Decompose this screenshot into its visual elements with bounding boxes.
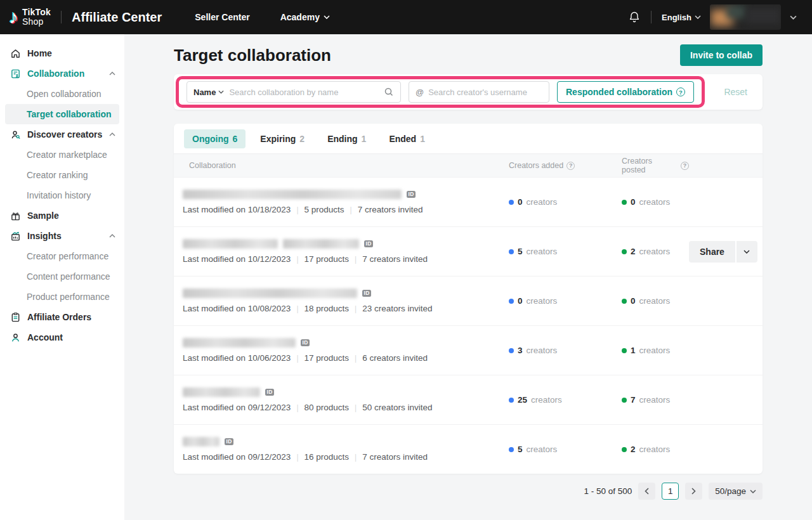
language-selector[interactable]: English	[662, 13, 701, 22]
tab-ended[interactable]: Ended1	[381, 129, 433, 148]
table-row[interactable]: ID Last modified on 09/12/2023|80 produc…	[174, 375, 763, 424]
table-row[interactable]: ID Last modified on 10/06/2023|17 produc…	[174, 325, 763, 375]
discover-creators-icon	[10, 129, 21, 140]
sidebar-item-invitation-history[interactable]: Invitation history	[0, 185, 124, 205]
pagination: 1 - 50 of 500 1 50/page	[174, 483, 763, 500]
added-dot-icon	[509, 200, 514, 205]
notification-bell-icon[interactable]	[628, 11, 641, 23]
chevron-down-icon[interactable]	[790, 15, 797, 20]
tab-count: 1	[362, 134, 367, 144]
logo-line2: Shop	[22, 17, 51, 27]
sidebar-item-label: Collaboration	[27, 68, 84, 79]
share-dropdown-button[interactable]	[737, 241, 757, 263]
sidebar-item-label: Invitation history	[27, 190, 91, 200]
tab-label: Ended	[389, 134, 416, 144]
search-type-dropdown[interactable]: Name	[193, 88, 224, 97]
at-symbol: @	[416, 88, 424, 97]
table-row[interactable]: ID Last modified on 10/18/2023|5 product…	[174, 177, 763, 226]
current-page-button[interactable]: 1	[662, 483, 679, 500]
table-row[interactable]: ID Last modified on 10/08/2023|18 produc…	[174, 276, 763, 325]
added-dot-icon	[509, 348, 514, 353]
sidebar-item-label: Creator marketplace	[27, 150, 107, 160]
redacted-collaboration-name	[183, 190, 402, 199]
posted-dot-icon	[622, 398, 627, 403]
redacted-collaboration-name	[183, 437, 219, 446]
sidebar-item-insights[interactable]: Insights	[0, 226, 124, 246]
page-size-selector[interactable]: 50/page	[709, 483, 763, 500]
creator-username-input[interactable]	[428, 88, 542, 97]
sidebar-item-label: Content performance	[27, 271, 110, 282]
nav-academy[interactable]: Academy	[280, 12, 330, 22]
redacted-collaboration-name	[283, 239, 359, 249]
chevron-down-icon	[324, 15, 330, 19]
account-person-icon	[10, 332, 21, 343]
sidebar-item-affiliate-orders[interactable]: Affiliate Orders	[0, 307, 124, 327]
id-badge: ID	[364, 240, 373, 248]
top-header: ♪ TikTok Shop Affiliate Center Seller Ce…	[0, 0, 812, 34]
header-divider	[651, 11, 652, 23]
invite-to-collab-button[interactable]: Invite to collab	[680, 44, 763, 66]
chevron-left-icon	[645, 488, 649, 495]
creators-added-cell: 0creators	[509, 197, 622, 207]
sidebar-item-sample[interactable]: Sample	[0, 205, 124, 226]
posted-dot-icon	[622, 348, 627, 353]
sidebar-item-label: Creator performance	[27, 251, 108, 261]
reset-button[interactable]: Reset	[724, 87, 747, 97]
responded-collaboration-button[interactable]: Responded collaboration ?	[557, 81, 694, 103]
row-meta: Last modified on 10/18/2023|5 products|7…	[183, 205, 509, 214]
table-row[interactable]: ID Last modified on 09/12/2023|16 produc…	[174, 424, 763, 474]
sidebar-item-open-collaboration[interactable]: Open collaboration	[0, 84, 124, 104]
id-badge: ID	[407, 191, 416, 198]
tab-ending[interactable]: Ending1	[319, 129, 374, 148]
sidebar-item-account[interactable]: Account	[0, 327, 124, 348]
creator-username-field[interactable]: @	[409, 81, 549, 103]
search-icon[interactable]	[384, 87, 394, 97]
row-meta: Last modified on 10/08/2023|18 products|…	[183, 304, 509, 313]
collaboration-icon	[10, 68, 21, 79]
sidebar-item-creator-marketplace[interactable]: Creator marketplace	[0, 145, 124, 165]
help-icon[interactable]: ?	[681, 162, 689, 170]
insights-chart-icon	[10, 231, 21, 242]
sidebar-item-creator-ranking[interactable]: Creator ranking	[0, 165, 124, 185]
nav-seller-center[interactable]: Seller Center	[195, 12, 249, 22]
seller-center-label: Seller Center	[195, 12, 249, 22]
sidebar-item-label: Insights	[27, 231, 62, 241]
help-icon[interactable]: ?	[566, 162, 575, 170]
posted-dot-icon	[622, 299, 627, 304]
tab-ongoing[interactable]: Ongoing6	[184, 129, 246, 148]
tab-label: Expiring	[260, 134, 296, 144]
share-button[interactable]: Share	[689, 241, 735, 263]
sidebar-item-label: Affiliate Orders	[27, 312, 91, 322]
prev-page-button[interactable]	[638, 483, 655, 500]
sidebar-item-content-performance[interactable]: Content performance	[0, 266, 124, 287]
collaboration-search-input[interactable]	[229, 88, 384, 97]
column-collaboration: Collaboration	[174, 161, 509, 170]
posted-dot-icon	[622, 200, 627, 205]
status-tabs: Ongoing6 Expiring2 Ending1 Ended1	[174, 124, 763, 154]
creators-added-cell: 5creators	[509, 247, 622, 256]
sidebar-item-collaboration[interactable]: Collaboration	[0, 63, 124, 84]
posted-dot-icon	[622, 249, 627, 254]
tiktok-shop-logo[interactable]: TikTok Shop	[22, 8, 51, 26]
next-page-button[interactable]	[685, 483, 702, 500]
user-account-redacted[interactable]	[710, 4, 781, 30]
sidebar-item-home[interactable]: Home	[0, 43, 124, 63]
help-icon[interactable]: ?	[676, 88, 685, 96]
sidebar-item-discover-creators[interactable]: Discover creators	[0, 124, 124, 145]
sidebar-item-creator-performance[interactable]: Creator performance	[0, 246, 124, 266]
pagination-range: 1 - 50 of 500	[584, 486, 632, 496]
sidebar-item-target-collaboration[interactable]: Target collaboration	[0, 104, 124, 124]
tab-expiring[interactable]: Expiring2	[252, 129, 313, 148]
annotation-highlight-box: Name @ Responded collaboration ?	[176, 76, 705, 108]
column-creators-posted: Creators posted?	[622, 157, 689, 174]
tab-count: 6	[233, 134, 238, 144]
table-header: Collaboration Creators added? Creators p…	[174, 154, 763, 177]
row-meta: Last modified on 10/06/2023|17 products|…	[183, 353, 509, 363]
tab-count: 2	[299, 134, 304, 144]
header-divider	[61, 11, 62, 23]
sidebar: Home Collaboration Open collaboration Ta…	[0, 34, 124, 520]
collaboration-search-field[interactable]: Name	[187, 81, 401, 103]
sidebar-item-product-performance[interactable]: Product performance	[0, 287, 124, 307]
table-row[interactable]: ID Last modified on 10/12/2023|17 produc…	[174, 226, 763, 276]
added-dot-icon	[509, 447, 514, 452]
